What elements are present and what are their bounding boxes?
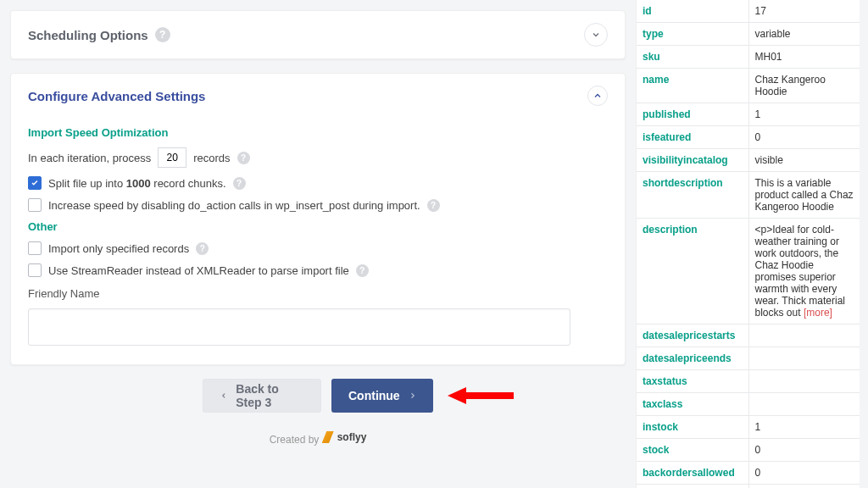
field-value xyxy=(748,347,860,370)
chevron-down-icon xyxy=(591,30,601,40)
disable-checkbox[interactable] xyxy=(28,198,42,212)
field-value: 0 xyxy=(748,462,860,485)
field-row[interactable]: datesalepricestarts xyxy=(637,324,860,347)
speed-heading: Import Speed Optimization xyxy=(28,126,608,139)
field-key: instock xyxy=(637,416,748,439)
field-row[interactable]: typevariable xyxy=(637,23,860,46)
only-specified-checkbox[interactable] xyxy=(28,241,42,255)
field-key: sku xyxy=(637,46,748,69)
field-value: 17 xyxy=(748,0,860,23)
friendly-name-label: Friendly Name xyxy=(28,287,608,300)
stream-reader-label: Use StreamReader instead of XMLReader to… xyxy=(48,264,349,277)
field-row[interactable]: shortdescriptionThis is a variable produ… xyxy=(637,172,860,219)
field-key: stock xyxy=(637,439,748,462)
arrow-annotation xyxy=(448,385,514,406)
field-value xyxy=(748,324,860,347)
split-label: Split file up into 1000 record chunks. xyxy=(48,177,226,190)
field-row[interactable]: nameChaz Kangeroo Hoodie xyxy=(637,69,860,103)
field-row[interactable]: id17 xyxy=(637,0,860,23)
fields-table: id17typevariableskuMH01nameChaz Kangeroo… xyxy=(637,0,860,488)
field-value: visible xyxy=(748,149,860,172)
soflyy-icon xyxy=(322,431,334,443)
advanced-panel: Configure Advanced Settings Import Speed… xyxy=(10,73,626,365)
field-row[interactable]: taxclass xyxy=(637,393,860,416)
scheduling-title: Scheduling Options ? xyxy=(28,27,170,42)
field-value xyxy=(748,485,860,489)
field-row[interactable]: published1 xyxy=(637,103,860,126)
field-value xyxy=(748,393,860,416)
field-key: soldindividually xyxy=(637,485,748,489)
help-icon[interactable]: ? xyxy=(356,264,369,277)
field-key: taxstatus xyxy=(637,370,748,393)
disable-label: Increase speed by disabling do_action ca… xyxy=(48,199,420,212)
field-key: isfeatured xyxy=(637,126,748,149)
field-value: Chaz Kangeroo Hoodie xyxy=(748,69,860,103)
field-value: This is a variable product called a Chaz… xyxy=(748,172,860,219)
advanced-title: Configure Advanced Settings xyxy=(28,89,205,103)
disable-row[interactable]: Increase speed by disabling do_action ca… xyxy=(28,198,608,212)
stream-reader-row[interactable]: Use StreamReader instead of XMLReader to… xyxy=(28,263,608,277)
expand-scheduling[interactable] xyxy=(584,23,608,47)
field-row[interactable]: visibilityincatalogvisible xyxy=(637,149,860,172)
field-row[interactable]: datesalepriceends xyxy=(637,347,860,370)
check-icon xyxy=(31,179,39,187)
field-row[interactable]: taxstatus xyxy=(637,370,860,393)
field-row[interactable]: backordersallowed0 xyxy=(637,462,860,485)
field-value: 0 xyxy=(748,126,860,149)
footer: Created by soflyy xyxy=(10,431,626,446)
soflyy-brand[interactable]: soflyy xyxy=(322,431,367,443)
iteration-input[interactable] xyxy=(158,147,186,168)
help-icon[interactable]: ? xyxy=(155,27,170,42)
field-key: published xyxy=(637,103,748,126)
back-button[interactable]: Back to Step 3 xyxy=(203,379,321,413)
iteration-row: In each iteration, process records ? xyxy=(28,147,608,168)
field-key: type xyxy=(637,23,748,46)
field-value: 0 xyxy=(748,439,860,462)
friendly-name-input[interactable] xyxy=(28,308,570,346)
stream-reader-checkbox[interactable] xyxy=(28,263,42,277)
field-value: 1 xyxy=(748,103,860,126)
field-value xyxy=(748,370,860,393)
scheduling-panel[interactable]: Scheduling Options ? xyxy=(10,10,626,59)
continue-button[interactable]: Continue xyxy=(331,379,433,413)
field-value: variable xyxy=(748,23,860,46)
field-row[interactable]: instock1 xyxy=(637,416,860,439)
sidebar: id17typevariableskuMH01nameChaz Kangeroo… xyxy=(636,0,860,488)
field-row[interactable]: soldindividually xyxy=(637,485,860,489)
other-heading: Other xyxy=(28,220,608,233)
field-key: datesalepriceends xyxy=(637,347,748,370)
field-key: datesalepricestarts xyxy=(637,324,748,347)
chevron-left-icon xyxy=(220,391,227,400)
field-key: id xyxy=(637,0,748,23)
svg-marker-1 xyxy=(448,387,466,404)
help-icon[interactable]: ? xyxy=(233,177,246,190)
field-key: backordersallowed xyxy=(637,462,748,485)
more-link[interactable]: [more] xyxy=(804,307,832,319)
help-icon[interactable]: ? xyxy=(196,242,209,255)
split-checkbox[interactable] xyxy=(28,176,42,190)
field-key: visibilityincatalog xyxy=(637,149,748,172)
field-value: <p>Ideal for cold-weather training or wo… xyxy=(748,219,860,324)
only-specified-row[interactable]: Import only specified records ? xyxy=(28,241,608,255)
chevron-right-icon xyxy=(409,391,416,400)
field-key: shortdescription xyxy=(637,172,748,219)
help-icon[interactable]: ? xyxy=(237,152,250,164)
only-specified-label: Import only specified records xyxy=(48,242,189,255)
chevron-up-icon xyxy=(593,91,603,101)
field-value: MH01 xyxy=(748,46,860,69)
button-row: Back to Step 3 Continue xyxy=(10,379,626,413)
field-value: 1 xyxy=(748,416,860,439)
field-row[interactable]: stock0 xyxy=(637,439,860,462)
field-key: name xyxy=(637,69,748,103)
field-key: description xyxy=(637,219,748,324)
field-row[interactable]: skuMH01 xyxy=(637,46,860,69)
split-row[interactable]: Split file up into 1000 record chunks. ? xyxy=(28,176,608,190)
field-row[interactable]: description<p>Ideal for cold-weather tra… xyxy=(637,219,860,324)
field-key: taxclass xyxy=(637,393,748,416)
help-icon[interactable]: ? xyxy=(427,199,440,212)
collapse-advanced[interactable] xyxy=(587,86,608,106)
field-row[interactable]: isfeatured0 xyxy=(637,126,860,149)
